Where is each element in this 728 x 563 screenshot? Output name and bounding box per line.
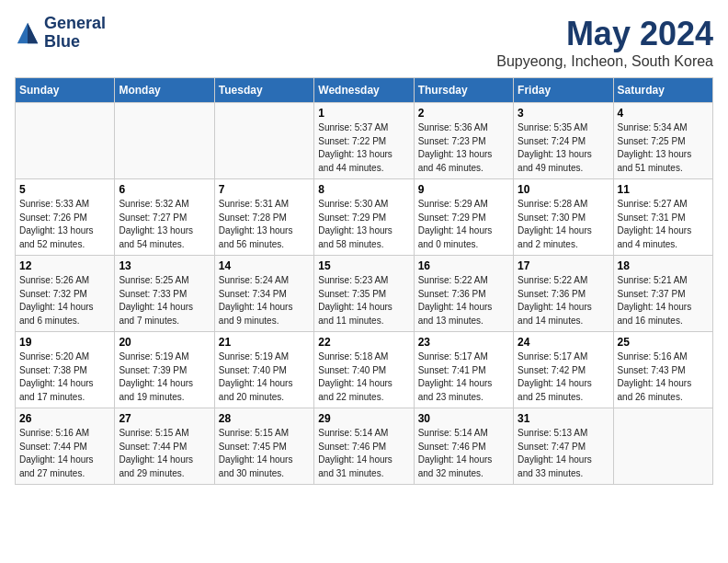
calendar-cell: 7Sunrise: 5:31 AMSunset: 7:28 PMDaylight…	[214, 179, 313, 256]
calendar-cell: 28Sunrise: 5:15 AMSunset: 7:45 PMDayligh…	[214, 408, 313, 485]
calendar-cell: 2Sunrise: 5:36 AMSunset: 7:23 PMDaylight…	[414, 103, 513, 179]
day-number: 19	[19, 336, 110, 349]
weekday-header: Friday	[514, 78, 613, 103]
title-block: May 2024 Bupyeong, Incheon, South Korea	[496, 15, 713, 70]
day-number: 8	[318, 183, 409, 196]
day-info: Sunrise: 5:15 AMSunset: 7:44 PMDaylight:…	[119, 427, 210, 480]
day-number: 21	[219, 336, 310, 349]
calendar-cell: 31Sunrise: 5:13 AMSunset: 7:47 PMDayligh…	[514, 408, 613, 485]
day-number: 1	[318, 107, 409, 120]
day-info: Sunrise: 5:16 AMSunset: 7:43 PMDaylight:…	[618, 350, 709, 404]
calendar-cell: 22Sunrise: 5:18 AMSunset: 7:40 PMDayligh…	[314, 332, 414, 408]
day-number: 24	[518, 336, 609, 349]
calendar-cell	[16, 103, 115, 179]
day-number: 16	[418, 259, 509, 272]
month-title: May 2024	[496, 15, 713, 53]
calendar-cell: 27Sunrise: 5:15 AMSunset: 7:44 PMDayligh…	[115, 408, 214, 485]
day-info: Sunrise: 5:21 AMSunset: 7:37 PMDaylight:…	[618, 274, 709, 327]
calendar-table: SundayMondayTuesdayWednesdayThursdayFrid…	[15, 77, 713, 485]
calendar-cell: 10Sunrise: 5:28 AMSunset: 7:30 PMDayligh…	[514, 179, 613, 256]
day-info: Sunrise: 5:30 AMSunset: 7:29 PMDaylight:…	[318, 198, 409, 251]
calendar-cell: 11Sunrise: 5:27 AMSunset: 7:31 PMDayligh…	[613, 179, 712, 256]
day-number: 30	[418, 412, 509, 425]
calendar-cell: 6Sunrise: 5:32 AMSunset: 7:27 PMDaylight…	[115, 179, 214, 256]
day-info: Sunrise: 5:19 AMSunset: 7:40 PMDaylight:…	[219, 350, 310, 404]
day-info: Sunrise: 5:18 AMSunset: 7:40 PMDaylight:…	[318, 350, 409, 404]
page-header: General Blue May 2024 Bupyeong, Incheon,…	[15, 15, 713, 70]
day-info: Sunrise: 5:27 AMSunset: 7:31 PMDaylight:…	[618, 198, 709, 251]
weekday-header: Wednesday	[314, 78, 414, 103]
calendar-cell: 18Sunrise: 5:21 AMSunset: 7:37 PMDayligh…	[613, 256, 712, 332]
day-info: Sunrise: 5:17 AMSunset: 7:41 PMDaylight:…	[418, 350, 509, 404]
day-number: 4	[618, 107, 709, 120]
day-info: Sunrise: 5:17 AMSunset: 7:42 PMDaylight:…	[518, 350, 609, 404]
calendar-week-row: 5Sunrise: 5:33 AMSunset: 7:26 PMDaylight…	[16, 179, 713, 256]
day-number: 12	[19, 259, 110, 272]
calendar-cell: 19Sunrise: 5:20 AMSunset: 7:38 PMDayligh…	[16, 332, 115, 408]
day-number: 11	[618, 183, 709, 196]
day-info: Sunrise: 5:13 AMSunset: 7:47 PMDaylight:…	[518, 427, 609, 480]
day-number: 25	[618, 336, 709, 349]
calendar-cell	[115, 103, 214, 179]
day-info: Sunrise: 5:15 AMSunset: 7:45 PMDaylight:…	[219, 427, 310, 480]
calendar-cell: 29Sunrise: 5:14 AMSunset: 7:46 PMDayligh…	[314, 408, 414, 485]
calendar-week-row: 19Sunrise: 5:20 AMSunset: 7:38 PMDayligh…	[16, 332, 713, 408]
day-info: Sunrise: 5:20 AMSunset: 7:38 PMDaylight:…	[19, 350, 110, 404]
day-number: 15	[318, 259, 409, 272]
svg-marker-1	[28, 23, 38, 43]
day-number: 26	[19, 412, 110, 425]
logo: General Blue	[15, 15, 106, 52]
day-number: 6	[119, 183, 210, 196]
weekday-header: Thursday	[414, 78, 513, 103]
calendar-cell: 20Sunrise: 5:19 AMSunset: 7:39 PMDayligh…	[115, 332, 214, 408]
calendar-week-row: 12Sunrise: 5:26 AMSunset: 7:32 PMDayligh…	[16, 256, 713, 332]
day-info: Sunrise: 5:32 AMSunset: 7:27 PMDaylight:…	[119, 198, 210, 251]
day-info: Sunrise: 5:34 AMSunset: 7:25 PMDaylight:…	[618, 121, 709, 175]
day-info: Sunrise: 5:14 AMSunset: 7:46 PMDaylight:…	[418, 427, 509, 480]
calendar-cell: 25Sunrise: 5:16 AMSunset: 7:43 PMDayligh…	[613, 332, 712, 408]
day-info: Sunrise: 5:16 AMSunset: 7:44 PMDaylight:…	[19, 427, 110, 480]
day-number: 22	[318, 336, 409, 349]
calendar-cell: 4Sunrise: 5:34 AMSunset: 7:25 PMDaylight…	[613, 103, 712, 179]
day-number: 10	[518, 183, 609, 196]
day-info: Sunrise: 5:29 AMSunset: 7:29 PMDaylight:…	[418, 198, 509, 251]
day-number: 2	[418, 107, 509, 120]
day-info: Sunrise: 5:35 AMSunset: 7:24 PMDaylight:…	[518, 121, 609, 175]
day-info: Sunrise: 5:22 AMSunset: 7:36 PMDaylight:…	[518, 274, 609, 327]
calendar-week-row: 1Sunrise: 5:37 AMSunset: 7:22 PMDaylight…	[16, 103, 713, 179]
day-number: 28	[219, 412, 310, 425]
calendar-cell: 14Sunrise: 5:24 AMSunset: 7:34 PMDayligh…	[214, 256, 313, 332]
calendar-cell: 3Sunrise: 5:35 AMSunset: 7:24 PMDaylight…	[514, 103, 613, 179]
day-number: 18	[618, 259, 709, 272]
day-info: Sunrise: 5:22 AMSunset: 7:36 PMDaylight:…	[418, 274, 509, 327]
calendar-cell: 30Sunrise: 5:14 AMSunset: 7:46 PMDayligh…	[414, 408, 513, 485]
weekday-header: Tuesday	[214, 78, 313, 103]
day-info: Sunrise: 5:19 AMSunset: 7:39 PMDaylight:…	[119, 350, 210, 404]
day-info: Sunrise: 5:31 AMSunset: 7:28 PMDaylight:…	[219, 198, 310, 251]
weekday-header: Saturday	[613, 78, 712, 103]
day-info: Sunrise: 5:36 AMSunset: 7:23 PMDaylight:…	[418, 121, 509, 175]
calendar-cell	[613, 408, 712, 485]
calendar-cell: 17Sunrise: 5:22 AMSunset: 7:36 PMDayligh…	[514, 256, 613, 332]
day-info: Sunrise: 5:25 AMSunset: 7:33 PMDaylight:…	[119, 274, 210, 327]
calendar-cell: 8Sunrise: 5:30 AMSunset: 7:29 PMDaylight…	[314, 179, 414, 256]
day-number: 9	[418, 183, 509, 196]
weekday-header: Sunday	[16, 78, 115, 103]
day-number: 7	[219, 183, 310, 196]
day-info: Sunrise: 5:24 AMSunset: 7:34 PMDaylight:…	[219, 274, 310, 327]
day-number: 23	[418, 336, 509, 349]
calendar-cell: 16Sunrise: 5:22 AMSunset: 7:36 PMDayligh…	[414, 256, 513, 332]
calendar-cell: 13Sunrise: 5:25 AMSunset: 7:33 PMDayligh…	[115, 256, 214, 332]
day-number: 14	[219, 259, 310, 272]
location-title: Bupyeong, Incheon, South Korea	[496, 53, 713, 70]
day-number: 27	[119, 412, 210, 425]
calendar-cell: 5Sunrise: 5:33 AMSunset: 7:26 PMDaylight…	[16, 179, 115, 256]
calendar-cell: 9Sunrise: 5:29 AMSunset: 7:29 PMDaylight…	[414, 179, 513, 256]
logo-text: General Blue	[44, 15, 106, 52]
calendar-cell: 12Sunrise: 5:26 AMSunset: 7:32 PMDayligh…	[16, 256, 115, 332]
calendar-cell: 21Sunrise: 5:19 AMSunset: 7:40 PMDayligh…	[214, 332, 313, 408]
calendar-cell: 1Sunrise: 5:37 AMSunset: 7:22 PMDaylight…	[314, 103, 414, 179]
calendar-cell: 23Sunrise: 5:17 AMSunset: 7:41 PMDayligh…	[414, 332, 513, 408]
calendar-cell: 26Sunrise: 5:16 AMSunset: 7:44 PMDayligh…	[16, 408, 115, 485]
day-info: Sunrise: 5:37 AMSunset: 7:22 PMDaylight:…	[318, 121, 409, 175]
